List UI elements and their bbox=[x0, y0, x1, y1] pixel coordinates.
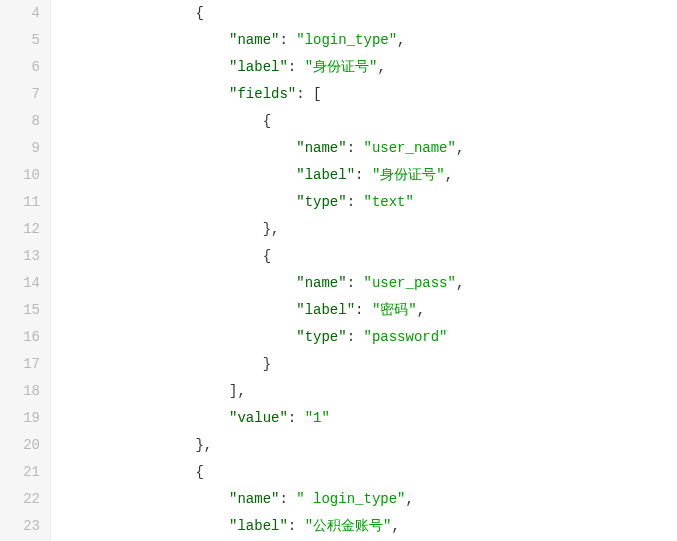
json-key: "name" bbox=[229, 32, 279, 48]
json-punct: } bbox=[263, 356, 271, 372]
line-number: 9 bbox=[0, 135, 40, 162]
line-number: 7 bbox=[0, 81, 40, 108]
json-key: "type" bbox=[296, 194, 346, 210]
json-punct: : bbox=[355, 167, 372, 183]
json-punct: { bbox=[195, 5, 203, 21]
code-line: }, bbox=[61, 432, 677, 459]
line-number: 13 bbox=[0, 243, 40, 270]
json-punct: ], bbox=[229, 383, 246, 399]
line-number: 4 bbox=[0, 0, 40, 27]
json-punct: { bbox=[195, 464, 203, 480]
json-key: "label" bbox=[296, 167, 355, 183]
json-punct: , bbox=[405, 491, 413, 507]
code-line: "name": "user_pass", bbox=[61, 270, 677, 297]
line-number: 11 bbox=[0, 189, 40, 216]
json-key: "label" bbox=[229, 518, 288, 534]
json-punct: : bbox=[347, 140, 364, 156]
json-string: "1" bbox=[305, 410, 330, 426]
code-line: "name": "user_name", bbox=[61, 135, 677, 162]
json-punct: , bbox=[391, 518, 399, 534]
json-punct: : bbox=[288, 59, 305, 75]
code-line: ], bbox=[61, 378, 677, 405]
json-punct: : bbox=[288, 410, 305, 426]
json-string: " login_type" bbox=[296, 491, 405, 507]
json-punct: : bbox=[347, 194, 364, 210]
json-punct: : bbox=[279, 32, 296, 48]
json-punct: : bbox=[288, 518, 305, 534]
json-key: "name" bbox=[296, 140, 346, 156]
code-editor: 456789101112131415161718192021222324 { "… bbox=[0, 0, 677, 541]
code-line: "label": "密码", bbox=[61, 297, 677, 324]
code-line: } bbox=[61, 351, 677, 378]
json-key: "type" bbox=[296, 329, 346, 345]
code-line: "label": "身份证号", bbox=[61, 162, 677, 189]
code-line: "type": "text" bbox=[61, 189, 677, 216]
json-punct: , bbox=[445, 167, 453, 183]
json-string: "login_type" bbox=[296, 32, 397, 48]
code-line: }, bbox=[61, 216, 677, 243]
line-number: 8 bbox=[0, 108, 40, 135]
json-string: "身份证号" bbox=[305, 59, 378, 75]
line-number: 17 bbox=[0, 351, 40, 378]
line-number: 5 bbox=[0, 27, 40, 54]
json-punct: : bbox=[347, 275, 364, 291]
json-punct: : [ bbox=[296, 86, 321, 102]
line-number: 19 bbox=[0, 405, 40, 432]
line-number: 16 bbox=[0, 324, 40, 351]
line-number: 14 bbox=[0, 270, 40, 297]
json-punct: , bbox=[456, 140, 464, 156]
json-punct: , bbox=[456, 275, 464, 291]
json-string: "text" bbox=[363, 194, 413, 210]
code-line: { bbox=[61, 108, 677, 135]
code-line: "name": " login_type", bbox=[61, 486, 677, 513]
json-string: "password" bbox=[363, 329, 447, 345]
json-punct: , bbox=[417, 302, 425, 318]
line-number: 10 bbox=[0, 162, 40, 189]
code-line: { bbox=[61, 243, 677, 270]
json-string: "user_name" bbox=[363, 140, 455, 156]
json-key: "fields" bbox=[229, 86, 296, 102]
json-punct: , bbox=[397, 32, 405, 48]
line-number: 6 bbox=[0, 54, 40, 81]
code-line: "value": "1" bbox=[61, 405, 677, 432]
json-punct: : bbox=[355, 302, 372, 318]
json-key: "label" bbox=[229, 59, 288, 75]
json-punct: }, bbox=[263, 221, 280, 237]
json-key: "name" bbox=[296, 275, 346, 291]
code-area[interactable]: { "name": "login_type", "label": "身份证号",… bbox=[51, 0, 677, 541]
line-number: 20 bbox=[0, 432, 40, 459]
code-line: "fields": [ bbox=[61, 81, 677, 108]
json-punct: { bbox=[263, 248, 271, 264]
json-string: "身份证号" bbox=[372, 167, 445, 183]
line-number-gutter: 456789101112131415161718192021222324 bbox=[0, 0, 51, 541]
line-number: 15 bbox=[0, 297, 40, 324]
json-key: "value" bbox=[229, 410, 288, 426]
line-number: 23 bbox=[0, 513, 40, 540]
code-line: { bbox=[61, 459, 677, 486]
json-punct: : bbox=[279, 491, 296, 507]
json-key: "label" bbox=[296, 302, 355, 318]
line-number: 21 bbox=[0, 459, 40, 486]
code-line: "name": "login_type", bbox=[61, 27, 677, 54]
json-string: "密码" bbox=[372, 302, 417, 318]
json-punct: , bbox=[377, 59, 385, 75]
code-line: { bbox=[61, 0, 677, 27]
code-line: "label": "身份证号", bbox=[61, 54, 677, 81]
json-string: "user_pass" bbox=[363, 275, 455, 291]
json-key: "name" bbox=[229, 491, 279, 507]
json-string: "公积金账号" bbox=[305, 518, 392, 534]
line-number: 12 bbox=[0, 216, 40, 243]
json-punct: : bbox=[347, 329, 364, 345]
json-punct: }, bbox=[195, 437, 212, 453]
code-line: "type": "password" bbox=[61, 324, 677, 351]
json-punct: { bbox=[263, 113, 271, 129]
line-number: 22 bbox=[0, 486, 40, 513]
code-line: "label": "公积金账号", bbox=[61, 513, 677, 540]
line-number: 18 bbox=[0, 378, 40, 405]
